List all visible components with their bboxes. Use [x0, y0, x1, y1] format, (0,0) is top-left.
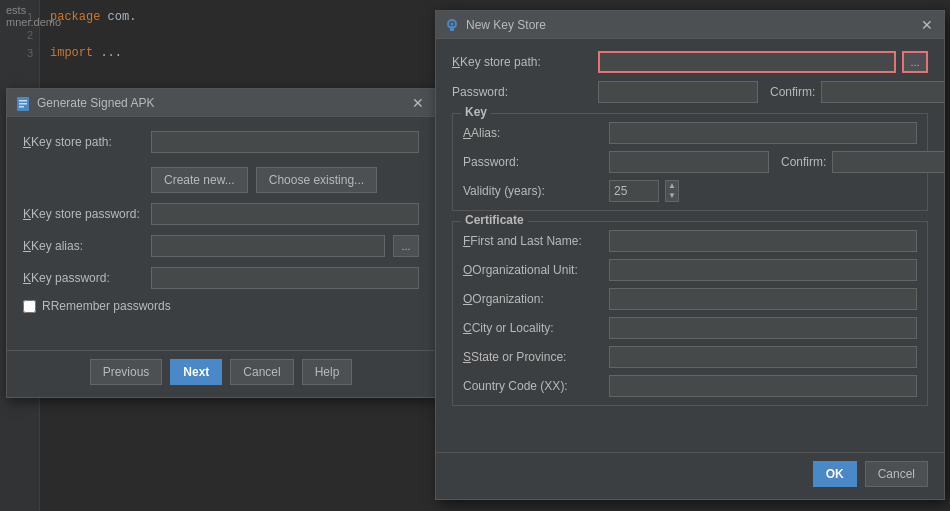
remember-passwords-row: RRemember passwords — [23, 299, 419, 313]
keystore-dialog-body: KKey store path: ... Password: Confirm: … — [436, 39, 944, 452]
ks-country-label: Country Code (XX): — [463, 379, 603, 393]
create-new-button[interactable]: Create new... — [151, 167, 248, 193]
generate-dialog-close-button[interactable]: ✕ — [409, 94, 427, 112]
key-alias-input[interactable] — [151, 235, 385, 257]
ks-validity-label: Validity (years): — [463, 184, 603, 198]
ks-alias-row: AAlias: — [463, 122, 917, 144]
keystore-path-label: KKey store path: — [23, 135, 143, 149]
keystore-password-label: KKey store password: — [23, 207, 143, 221]
ks-validity-down-arrow[interactable]: ▼ — [666, 191, 678, 201]
label-ests: ests — [6, 4, 61, 16]
ks-orgunit-input[interactable] — [609, 259, 917, 281]
keystore-dialog-title: New Key Store — [466, 18, 546, 32]
apk-icon — [15, 95, 31, 111]
ks-password-label: Password: — [452, 85, 592, 99]
certificate-section-title: Certificate — [461, 213, 528, 227]
ks-orgunit-row: OOrganizational Unit: — [463, 259, 917, 281]
ks-state-label: SState or Province: — [463, 350, 603, 364]
keystore-icon — [444, 17, 460, 33]
ks-browse-button[interactable]: ... — [902, 51, 928, 73]
ks-validity-up-arrow[interactable]: ▲ — [666, 181, 678, 191]
ks-key-confirm-label: Confirm: — [781, 155, 826, 169]
ks-org-row: OOrganization: — [463, 288, 917, 310]
cancel-button[interactable]: Cancel — [230, 359, 293, 385]
generate-dialog-body: KKey store path: Create new... Choose ex… — [7, 117, 435, 350]
ks-city-label: CCity or Locality: — [463, 321, 603, 335]
ks-city-input[interactable] — [609, 317, 917, 339]
ks-firstname-label: FFirst and Last Name: — [463, 234, 603, 248]
next-button[interactable]: Next — [170, 359, 222, 385]
key-alias-row: KKey alias: ... — [23, 235, 419, 257]
key-alias-browse-button[interactable]: ... — [393, 235, 419, 257]
ks-key-password-input[interactable] — [609, 151, 769, 173]
ks-state-row: SState or Province: — [463, 346, 917, 368]
keystore-dialog-titlebar: New Key Store ✕ — [436, 11, 944, 39]
create-choose-row: Create new... Choose existing... — [23, 167, 419, 193]
generate-dialog-title: Generate Signed APK — [37, 96, 154, 110]
ks-validity-spinner: ▲ ▼ — [665, 180, 679, 202]
keystore-path-input[interactable] — [151, 131, 419, 153]
ks-path-row: KKey store path: ... — [452, 51, 928, 73]
keystore-dialog-close-button[interactable]: ✕ — [918, 16, 936, 34]
label-demo: mner.demo — [6, 16, 61, 28]
ks-validity-row: Validity (years): ▲ ▼ — [463, 180, 917, 202]
ks-state-input[interactable] — [609, 346, 917, 368]
ks-key-confirm-input[interactable] — [832, 151, 944, 173]
new-key-store-dialog: New Key Store ✕ KKey store path: ... Pas… — [435, 10, 945, 500]
ks-alias-label: AAlias: — [463, 126, 603, 140]
ks-path-input[interactable] — [598, 51, 896, 73]
keystore-path-row: KKey store path: — [23, 131, 419, 153]
ks-key-password-label: Password: — [463, 155, 603, 169]
key-section-title: Key — [461, 105, 491, 119]
ks-ok-button[interactable]: OK — [813, 461, 857, 487]
generate-dialog-title-left: Generate Signed APK — [15, 95, 154, 111]
ks-key-password-row: Password: Confirm: — [463, 151, 917, 173]
key-password-label: KKey password: — [23, 271, 143, 285]
svg-rect-2 — [19, 103, 27, 105]
generate-dialog-titlebar: Generate Signed APK ✕ — [7, 89, 435, 117]
generate-signed-apk-dialog: Generate Signed APK ✕ KKey store path: C… — [6, 88, 436, 398]
keystore-dialog-title-left: New Key Store — [444, 17, 546, 33]
ks-firstname-input[interactable] — [609, 230, 917, 252]
ks-country-input[interactable] — [609, 375, 917, 397]
svg-point-6 — [451, 22, 454, 25]
svg-rect-5 — [450, 26, 454, 31]
certificate-section: Certificate FFirst and Last Name: OOrgan… — [452, 221, 928, 406]
svg-rect-1 — [19, 100, 27, 102]
ks-orgunit-label: OOrganizational Unit: — [463, 263, 603, 277]
key-section: Key AAlias: Password: Confirm: Val — [452, 113, 928, 211]
ks-city-row: CCity or Locality: — [463, 317, 917, 339]
key-alias-label: KKey alias: — [23, 239, 143, 253]
ks-country-row: Country Code (XX): — [463, 375, 917, 397]
keystore-dialog-footer: OK Cancel — [436, 452, 944, 499]
remember-passwords-label: RRemember passwords — [42, 299, 171, 313]
ks-confirm-label: Confirm: — [770, 85, 815, 99]
ks-password-row: Password: Confirm: — [452, 81, 928, 103]
remember-passwords-checkbox[interactable] — [23, 300, 36, 313]
ks-alias-input[interactable] — [609, 122, 917, 144]
ks-password-input[interactable] — [598, 81, 758, 103]
key-password-row: KKey password: — [23, 267, 419, 289]
generate-dialog-footer: Previous Next Cancel Help — [7, 350, 435, 397]
keystore-password-row: KKey store password: — [23, 203, 419, 225]
keystore-password-input[interactable] — [151, 203, 419, 225]
ks-cancel-button[interactable]: Cancel — [865, 461, 928, 487]
help-button[interactable]: Help — [302, 359, 353, 385]
previous-button[interactable]: Previous — [90, 359, 163, 385]
svg-rect-3 — [19, 106, 24, 108]
top-label-area: ests mner.demo — [6, 4, 61, 28]
ks-path-label: KKey store path: — [452, 55, 592, 69]
ks-org-input[interactable] — [609, 288, 917, 310]
ks-validity-input[interactable] — [609, 180, 659, 202]
ks-firstname-row: FFirst and Last Name: — [463, 230, 917, 252]
key-password-input[interactable] — [151, 267, 419, 289]
ks-confirm-input[interactable] — [821, 81, 944, 103]
choose-existing-button[interactable]: Choose existing... — [256, 167, 377, 193]
ks-org-label: OOrganization: — [463, 292, 603, 306]
